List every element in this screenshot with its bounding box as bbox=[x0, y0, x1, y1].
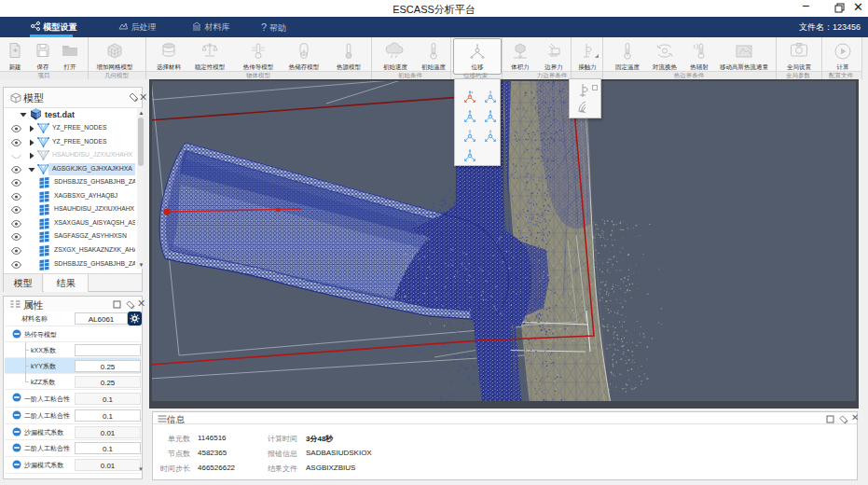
svg-text:z: z bbox=[472, 90, 474, 94]
